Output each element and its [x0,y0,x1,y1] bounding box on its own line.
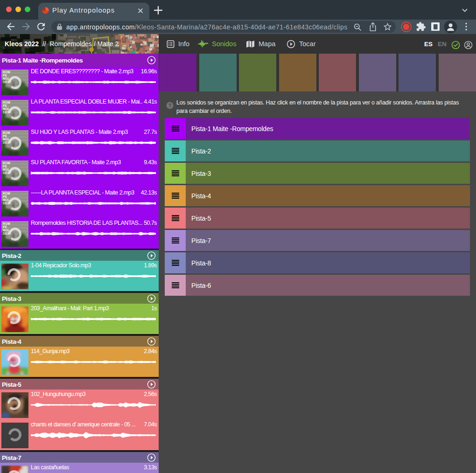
svg-text:?: ? [168,103,171,108]
